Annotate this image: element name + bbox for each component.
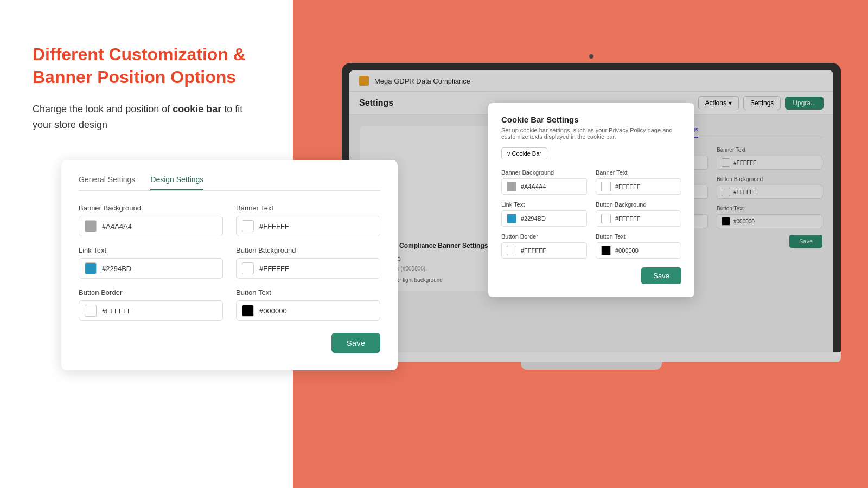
banner-background-label: Banner Background (79, 204, 223, 212)
banner-background-swatch[interactable] (85, 220, 97, 232)
modal-banner-bg-field: Banner Background #A4A4A4 (501, 169, 587, 195)
button-text-swatch[interactable] (242, 305, 254, 317)
modal-overlay: Cookie Bar Settings Set up cookie bar se… (349, 70, 833, 352)
modal-btn-text-val: #000000 (615, 247, 639, 254)
button-border-input[interactable]: #FFFFFF (79, 300, 223, 321)
modal-banner-bg-swatch (507, 182, 516, 191)
left-panel: Different Customization & Banner Positio… (0, 0, 293, 488)
modal-btn-border-input[interactable]: #FFFFFF (501, 242, 587, 259)
banner-background-input[interactable]: #A4A4A4 (79, 216, 223, 236)
link-text-field: Link Text #2294BD (79, 246, 223, 279)
link-text-value: #2294BD (102, 265, 131, 273)
banner-text-value: #FFFFFF (259, 222, 289, 230)
laptop-stand (521, 362, 662, 370)
modal-btn-text-swatch (601, 246, 611, 255)
button-background-input[interactable]: #FFFFFF (236, 258, 380, 279)
laptop-base (342, 352, 841, 362)
modal-title: Cookie Bar Settings (501, 115, 681, 124)
modal-btn-text-field: Button Text #000000 (596, 233, 681, 259)
modal-link-text-input[interactable]: #2294BD (501, 210, 587, 227)
modal-link-text-field: Link Text #2294BD (501, 201, 587, 227)
heading: Different Customization & Banner Positio… (33, 43, 260, 88)
link-text-input[interactable]: #2294BD (79, 258, 223, 279)
button-background-swatch[interactable] (242, 262, 254, 274)
modal-btn-bg-val: #FFFFFF (615, 215, 640, 222)
button-border-field: Button Border #FFFFFF (79, 288, 223, 321)
modal-save-button[interactable]: Save (641, 267, 681, 284)
modal-banner-text-swatch (601, 182, 611, 191)
banner-text-swatch[interactable] (242, 220, 254, 232)
modal-banner-bg-val: #A4A4A4 (521, 183, 546, 190)
link-text-swatch[interactable] (85, 262, 97, 274)
modal-preview-button[interactable]: v Cookie Bar (501, 147, 547, 159)
button-text-value: #000000 (259, 307, 287, 315)
tab-design-settings[interactable]: Design Settings (150, 175, 203, 190)
button-text-field: Button Text #000000 (236, 288, 380, 321)
modal-banner-bg-input[interactable]: #A4A4A4 (501, 178, 587, 195)
cookie-bar-settings-modal: Cookie Bar Settings Set up cookie bar se… (488, 103, 694, 297)
modal-btn-border-field: Button Border #FFFFFF (501, 233, 587, 259)
card-tabs: General Settings Design Settings (79, 175, 380, 191)
button-border-label: Button Border (79, 288, 223, 297)
modal-banner-text-val: #FFFFFF (615, 183, 640, 190)
modal-color-grid: Banner Background #A4A4A4 Banner Text (501, 169, 681, 259)
modal-save-row: Save (501, 267, 681, 284)
button-border-swatch[interactable] (85, 305, 97, 317)
modal-desc: Set up cookie bar settings, such as your… (501, 127, 681, 140)
modal-btn-border-val: #FFFFFF (521, 247, 546, 254)
design-settings-card: General Settings Design Settings Banner … (61, 160, 398, 370)
banner-text-field: Banner Text #FFFFFF (236, 204, 380, 236)
button-border-value: #FFFFFF (102, 307, 132, 315)
save-row: Save (79, 333, 380, 353)
modal-link-text-swatch (507, 214, 516, 223)
modal-btn-bg-field: Button Background #FFFFFF (596, 201, 681, 227)
button-background-value: #FFFFFF (259, 265, 289, 273)
modal-banner-text-field: Banner Text #FFFFFF (596, 169, 681, 195)
description: Change the look and position of cookie b… (33, 101, 260, 133)
banner-text-input[interactable]: #FFFFFF (236, 216, 380, 236)
tab-general-settings[interactable]: General Settings (79, 175, 135, 190)
laptop-screen: Mega GDPR Data Compliance Settings Actio… (349, 70, 833, 352)
modal-btn-text-input[interactable]: #000000 (596, 242, 681, 259)
modal-link-text-val: #2294BD (521, 215, 546, 222)
modal-btn-bg-swatch (601, 214, 611, 223)
camera-dot (589, 54, 593, 59)
laptop-screen-frame: Mega GDPR Data Compliance Settings Actio… (342, 63, 841, 352)
banner-background-value: #A4A4A4 (102, 222, 132, 230)
link-text-label: Link Text (79, 246, 223, 254)
banner-text-label: Banner Text (236, 204, 380, 212)
button-background-label: Button Background (236, 246, 380, 254)
modal-btn-bg-input[interactable]: #FFFFFF (596, 210, 681, 227)
button-background-field: Button Background #FFFFFF (236, 246, 380, 279)
color-fields-grid: Banner Background #A4A4A4 Banner Text #F… (79, 204, 380, 321)
laptop-mockup: Mega GDPR Data Compliance Settings Actio… (315, 54, 868, 488)
button-text-input[interactable]: #000000 (236, 300, 380, 321)
modal-btn-border-swatch (507, 246, 516, 255)
banner-background-field: Banner Background #A4A4A4 (79, 204, 223, 236)
modal-banner-text-input[interactable]: #FFFFFF (596, 178, 681, 195)
button-text-label: Button Text (236, 288, 380, 297)
save-button[interactable]: Save (331, 333, 380, 353)
